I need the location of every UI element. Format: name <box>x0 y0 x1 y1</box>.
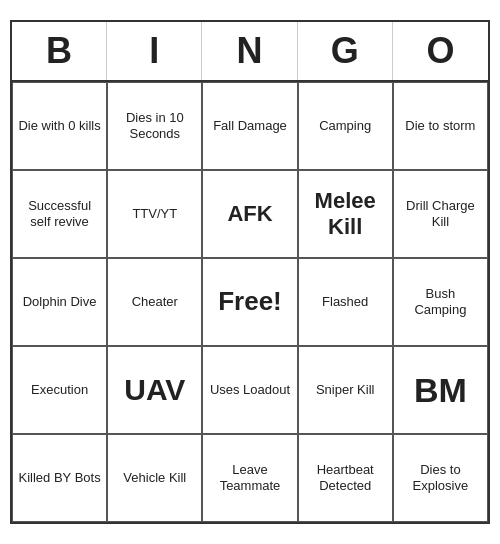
bingo-cell-14: Bush Camping <box>393 258 488 346</box>
bingo-cell-7: AFK <box>202 170 297 258</box>
bingo-cell-10: Dolphin Dive <box>12 258 107 346</box>
bingo-cell-20: Killed BY Bots <box>12 434 107 522</box>
bingo-cell-22: Leave Teammate <box>202 434 297 522</box>
bingo-cell-1: Dies in 10 Seconds <box>107 82 202 170</box>
bingo-cell-13: Flashed <box>298 258 393 346</box>
bingo-cell-23: Heartbeat Detected <box>298 434 393 522</box>
bingo-cell-15: Execution <box>12 346 107 434</box>
bingo-cell-3: Camping <box>298 82 393 170</box>
bingo-cell-2: Fall Damage <box>202 82 297 170</box>
bingo-cell-17: Uses Loadout <box>202 346 297 434</box>
bingo-letter-n: N <box>202 22 297 80</box>
bingo-letter-i: I <box>107 22 202 80</box>
bingo-cell-9: Drill Charge Kill <box>393 170 488 258</box>
bingo-cell-8: Melee Kill <box>298 170 393 258</box>
bingo-cell-11: Cheater <box>107 258 202 346</box>
bingo-letter-g: G <box>298 22 393 80</box>
bingo-cell-4: Die to storm <box>393 82 488 170</box>
bingo-cell-12: Free! <box>202 258 297 346</box>
bingo-cell-24: Dies to Explosive <box>393 434 488 522</box>
bingo-letter-b: B <box>12 22 107 80</box>
bingo-card: BINGO Die with 0 killsDies in 10 Seconds… <box>10 20 490 524</box>
bingo-cell-6: TTV/YT <box>107 170 202 258</box>
bingo-letter-o: O <box>393 22 488 80</box>
bingo-cell-5: Successful self revive <box>12 170 107 258</box>
bingo-grid: Die with 0 killsDies in 10 SecondsFall D… <box>12 82 488 522</box>
bingo-cell-19: BM <box>393 346 488 434</box>
bingo-header: BINGO <box>12 22 488 82</box>
bingo-cell-18: Sniper Kill <box>298 346 393 434</box>
bingo-cell-16: UAV <box>107 346 202 434</box>
bingo-cell-0: Die with 0 kills <box>12 82 107 170</box>
bingo-cell-21: Vehicle Kill <box>107 434 202 522</box>
